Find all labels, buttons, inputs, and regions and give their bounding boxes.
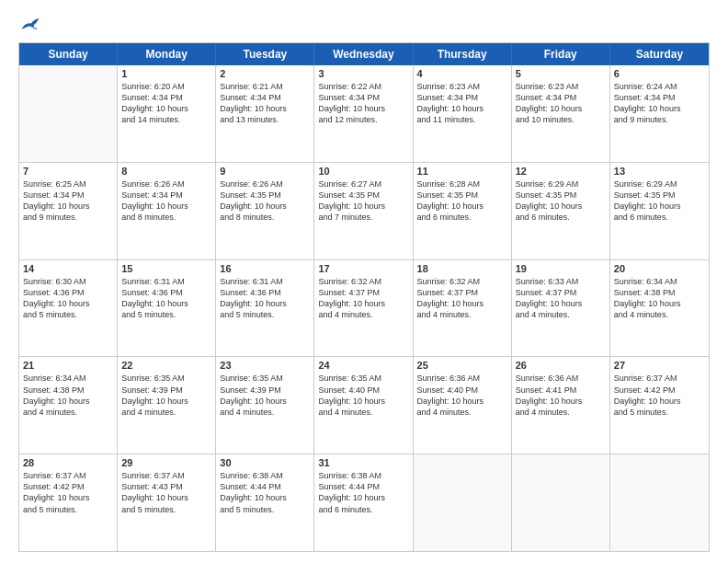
day-number: 23: [220, 360, 310, 371]
day-info: Sunrise: 6:29 AMSunset: 4:35 PMDaylight:…: [516, 178, 606, 224]
cal-cell-3-4: 17Sunrise: 6:32 AMSunset: 4:37 PMDayligh…: [314, 260, 413, 357]
calendar-header-row: SundayMondayTuesdayWednesdayThursdayFrid…: [19, 43, 709, 65]
day-info: Sunrise: 6:26 AMSunset: 4:35 PMDaylight:…: [220, 178, 310, 224]
cal-cell-3-5: 18Sunrise: 6:32 AMSunset: 4:37 PMDayligh…: [414, 260, 512, 357]
logo-text: [18, 17, 40, 33]
header: [18, 17, 710, 33]
day-info: Sunrise: 6:26 AMSunset: 4:34 PMDaylight:…: [121, 178, 211, 224]
day-info: Sunrise: 6:36 AMSunset: 4:40 PMDaylight:…: [417, 373, 507, 418]
day-info: Sunrise: 6:35 AMSunset: 4:39 PMDaylight:…: [121, 373, 211, 418]
day-number: 13: [614, 166, 705, 177]
cal-cell-4-3: 23Sunrise: 6:35 AMSunset: 4:39 PMDayligh…: [216, 357, 314, 454]
day-info: Sunrise: 6:35 AMSunset: 4:39 PMDaylight:…: [220, 373, 310, 418]
day-info: Sunrise: 6:36 AMSunset: 4:41 PMDaylight:…: [516, 373, 606, 418]
cal-cell-4-4: 24Sunrise: 6:35 AMSunset: 4:40 PMDayligh…: [314, 357, 413, 454]
cal-cell-2-5: 11Sunrise: 6:28 AMSunset: 4:35 PMDayligh…: [414, 163, 512, 259]
day-info: Sunrise: 6:32 AMSunset: 4:37 PMDaylight:…: [417, 276, 507, 321]
cal-cell-1-6: 5Sunrise: 6:23 AMSunset: 4:34 PMDaylight…: [512, 65, 610, 162]
day-number: 5: [516, 68, 606, 79]
day-number: 29: [121, 457, 211, 468]
cal-cell-3-1: 14Sunrise: 6:30 AMSunset: 4:36 PMDayligh…: [19, 260, 118, 357]
cal-cell-5-5: [414, 454, 512, 551]
day-number: 19: [516, 263, 606, 274]
calendar-row-4: 21Sunrise: 6:34 AMSunset: 4:38 PMDayligh…: [19, 356, 709, 454]
day-number: 28: [23, 457, 113, 468]
calendar-row-3: 14Sunrise: 6:30 AMSunset: 4:36 PMDayligh…: [19, 259, 709, 357]
day-info: Sunrise: 6:38 AMSunset: 4:44 PMDaylight:…: [220, 470, 310, 515]
day-info: Sunrise: 6:32 AMSunset: 4:37 PMDaylight:…: [318, 276, 408, 321]
day-info: Sunrise: 6:37 AMSunset: 4:43 PMDaylight:…: [121, 470, 211, 515]
day-info: Sunrise: 6:27 AMSunset: 4:35 PMDaylight:…: [318, 178, 408, 224]
day-number: 31: [318, 457, 408, 468]
day-number: 1: [121, 68, 211, 79]
cal-cell-1-7: 6Sunrise: 6:24 AMSunset: 4:34 PMDaylight…: [610, 65, 709, 162]
cal-cell-5-6: [512, 454, 610, 551]
day-number: 25: [417, 360, 507, 371]
day-info: Sunrise: 6:24 AMSunset: 4:34 PMDaylight:…: [614, 81, 705, 126]
day-info: Sunrise: 6:33 AMSunset: 4:37 PMDaylight:…: [516, 276, 606, 321]
day-number: 21: [23, 360, 113, 371]
cal-cell-3-6: 19Sunrise: 6:33 AMSunset: 4:37 PMDayligh…: [512, 260, 610, 357]
cal-cell-1-1: [19, 65, 118, 162]
day-info: Sunrise: 6:23 AMSunset: 4:34 PMDaylight:…: [417, 81, 507, 126]
day-info: Sunrise: 6:31 AMSunset: 4:36 PMDaylight:…: [121, 276, 211, 321]
cal-cell-2-1: 7Sunrise: 6:25 AMSunset: 4:34 PMDaylight…: [19, 163, 118, 259]
day-number: 11: [417, 166, 507, 177]
day-number: 16: [220, 263, 310, 274]
cal-cell-5-3: 30Sunrise: 6:38 AMSunset: 4:44 PMDayligh…: [216, 454, 314, 551]
day-info: Sunrise: 6:37 AMSunset: 4:42 PMDaylight:…: [23, 470, 113, 515]
cal-cell-1-5: 4Sunrise: 6:23 AMSunset: 4:34 PMDaylight…: [414, 65, 512, 162]
day-number: 4: [417, 68, 507, 79]
calendar-row-2: 7Sunrise: 6:25 AMSunset: 4:34 PMDaylight…: [19, 162, 709, 259]
day-info: Sunrise: 6:29 AMSunset: 4:35 PMDaylight:…: [614, 178, 705, 224]
cal-cell-5-1: 28Sunrise: 6:37 AMSunset: 4:42 PMDayligh…: [19, 454, 118, 551]
day-info: Sunrise: 6:34 AMSunset: 4:38 PMDaylight:…: [614, 276, 705, 321]
cal-cell-5-7: [610, 454, 709, 551]
cal-cell-1-4: 3Sunrise: 6:22 AMSunset: 4:34 PMDaylight…: [314, 65, 413, 162]
cal-cell-2-6: 12Sunrise: 6:29 AMSunset: 4:35 PMDayligh…: [512, 163, 610, 259]
cal-cell-2-3: 9Sunrise: 6:26 AMSunset: 4:35 PMDaylight…: [216, 163, 314, 259]
day-number: 18: [417, 263, 507, 274]
day-number: 27: [614, 360, 705, 371]
day-number: 2: [220, 68, 310, 79]
day-number: 9: [220, 166, 310, 177]
calendar-row-5: 28Sunrise: 6:37 AMSunset: 4:42 PMDayligh…: [19, 454, 709, 551]
logo: [18, 17, 40, 33]
day-info: Sunrise: 6:20 AMSunset: 4:34 PMDaylight:…: [121, 81, 211, 126]
day-info: Sunrise: 6:37 AMSunset: 4:42 PMDaylight:…: [614, 373, 705, 418]
day-info: Sunrise: 6:22 AMSunset: 4:34 PMDaylight:…: [318, 81, 408, 126]
day-number: 24: [318, 360, 408, 371]
day-number: 12: [516, 166, 606, 177]
day-info: Sunrise: 6:21 AMSunset: 4:34 PMDaylight:…: [220, 81, 310, 126]
day-number: 20: [614, 263, 705, 274]
calendar-body: 1Sunrise: 6:20 AMSunset: 4:34 PMDaylight…: [19, 65, 709, 551]
calendar-row-1: 1Sunrise: 6:20 AMSunset: 4:34 PMDaylight…: [19, 65, 709, 162]
day-number: 26: [516, 360, 606, 371]
day-number: 10: [318, 166, 408, 177]
day-number: 17: [318, 263, 408, 274]
header-cell-wednesday: Wednesday: [314, 43, 413, 65]
header-cell-tuesday: Tuesday: [216, 43, 314, 65]
logo-bird-icon: [20, 17, 40, 33]
day-info: Sunrise: 6:38 AMSunset: 4:44 PMDaylight:…: [318, 470, 408, 515]
header-cell-sunday: Sunday: [19, 43, 118, 65]
cal-cell-2-7: 13Sunrise: 6:29 AMSunset: 4:35 PMDayligh…: [610, 163, 709, 259]
header-cell-thursday: Thursday: [414, 43, 512, 65]
day-info: Sunrise: 6:28 AMSunset: 4:35 PMDaylight:…: [417, 178, 507, 224]
cal-cell-3-2: 15Sunrise: 6:31 AMSunset: 4:36 PMDayligh…: [118, 260, 216, 357]
cal-cell-2-2: 8Sunrise: 6:26 AMSunset: 4:34 PMDaylight…: [118, 163, 216, 259]
cal-cell-4-6: 26Sunrise: 6:36 AMSunset: 4:41 PMDayligh…: [512, 357, 610, 454]
cal-cell-4-2: 22Sunrise: 6:35 AMSunset: 4:39 PMDayligh…: [118, 357, 216, 454]
cal-cell-4-5: 25Sunrise: 6:36 AMSunset: 4:40 PMDayligh…: [414, 357, 512, 454]
cal-cell-5-4: 31Sunrise: 6:38 AMSunset: 4:44 PMDayligh…: [314, 454, 413, 551]
day-number: 8: [121, 166, 211, 177]
cal-cell-3-7: 20Sunrise: 6:34 AMSunset: 4:38 PMDayligh…: [610, 260, 709, 357]
day-number: 3: [318, 68, 408, 79]
cal-cell-2-4: 10Sunrise: 6:27 AMSunset: 4:35 PMDayligh…: [314, 163, 413, 259]
header-cell-saturday: Saturday: [610, 43, 709, 65]
cal-cell-3-3: 16Sunrise: 6:31 AMSunset: 4:36 PMDayligh…: [216, 260, 314, 357]
cal-cell-1-2: 1Sunrise: 6:20 AMSunset: 4:34 PMDaylight…: [118, 65, 216, 162]
day-info: Sunrise: 6:23 AMSunset: 4:34 PMDaylight:…: [516, 81, 606, 126]
header-cell-friday: Friday: [512, 43, 610, 65]
cal-cell-4-7: 27Sunrise: 6:37 AMSunset: 4:42 PMDayligh…: [610, 357, 709, 454]
